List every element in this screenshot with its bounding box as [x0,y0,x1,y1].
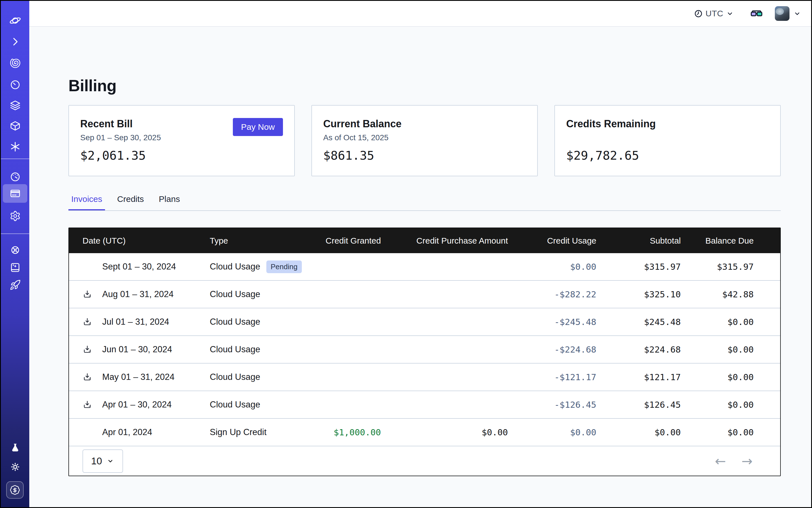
invoice-type-cell: Cloud Usage [210,344,305,354]
sidebar-item-sandbox[interactable] [1,120,29,132]
invoice-period: Apr 01, 2024 [102,427,152,437]
invoice-date-cell: Apr 01, 2024 [83,427,210,437]
sidebar-item-billing[interactable] [1,187,29,200]
invoice-type: Cloud Usage [210,317,260,327]
invoice-period: Apr 01 – 30, 2024 [102,399,171,410]
cube-icon [9,120,21,131]
credit-usage-cell: -$282.22 [508,289,596,299]
sidebar-item-labs[interactable] [1,442,29,454]
main-content: Billing Recent Bill Sep 01 – Sep 30, 202… [29,27,811,507]
invoice-date-cell: Jun 01 – 30, 2024 [83,344,210,354]
invoice-type: Cloud Usage [210,372,260,382]
invoices-table: Date (UTC)TypeCredit GrantedCredit Purch… [69,227,781,476]
gear-icon [9,210,21,222]
credit-purchase-amount-cell: $0.00 [381,427,508,437]
balance-due-cell: $0.00 [681,344,754,354]
table-header: Date (UTC)TypeCredit GrantedCredit Purch… [69,228,780,253]
column-header-balance-due: Balance Due [681,236,754,246]
timezone-label: UTC [706,9,723,18]
invoice-type-cell: Cloud UsagePending [210,260,305,273]
sidebar-divider [1,159,29,159]
download-invoice-button[interactable] [83,289,94,300]
invoice-row: Sept 01 – 30, 2024Cloud UsagePending$0.0… [69,253,780,280]
sidebar-item-usage[interactable] [1,171,29,183]
invoice-type-cell: Sign Up Credit [210,427,305,437]
sidebar-item-spiral[interactable] [1,57,29,70]
invoice-date-cell: Aug 01 – 31, 2024 [83,289,210,299]
invoice-date-cell: May 01 – 31, 2024 [83,372,210,382]
sidebar-item-timer[interactable] [1,79,29,91]
next-page-button[interactable]: → [741,455,753,468]
prev-page-button[interactable]: ← [715,455,726,468]
table-body: Sept 01 – 30, 2024Cloud UsagePending$0.0… [69,253,780,446]
tab-plans[interactable]: Plans [156,194,183,211]
invoice-type: Cloud Usage [210,289,260,299]
tab-invoices[interactable]: Invoices [69,194,105,211]
column-header-credit-granted: Credit Granted [305,236,381,246]
balance-due-cell: $0.00 [681,399,754,410]
invoice-date-cell: Sept 01 – 30, 2024 [83,262,210,272]
notebook-sparkles-icon [9,262,21,273]
sidebar-item-layers[interactable] [1,99,29,112]
billing-tabs: Invoices Credits Plans [69,194,781,211]
download-invoice-button[interactable] [83,399,94,410]
table-pagination: 10 ← → [69,446,780,476]
sidebar-item-guide[interactable] [1,261,29,274]
invoice-period: Jun 01 – 30, 2024 [102,344,172,354]
rocket-icon [9,279,21,291]
3d-glasses-button[interactable] [750,8,763,18]
sidebar-divider [1,234,29,234]
sidebar-item-logo[interactable] [1,14,29,27]
invoice-date-cell: Apr 01 – 30, 2024 [83,399,210,410]
timezone-selector[interactable]: UTC [694,9,734,18]
subtotal-cell: $224.68 [596,344,681,354]
download-invoice-button[interactable] [83,344,94,355]
sidebar-item-collapse[interactable] [1,36,29,48]
card-title: Current Balance [323,118,526,130]
recent-bill-amount: $2,061.35 [80,149,146,163]
download-invoice-button[interactable] [83,372,94,383]
credits-remaining-card: Credits Remaining $29,782.65 [554,105,781,176]
invoice-type-cell: Cloud Usage [210,372,305,382]
pay-now-button[interactable]: Pay Now [233,118,283,136]
recent-bill-card: Recent Bill Sep 01 – Sep 30, 2025 $2,061… [69,105,295,176]
credit-usage-cell: -$121.17 [508,372,596,382]
asterisk-icon [9,141,21,152]
balance-due-cell: $315.97 [681,262,754,272]
sidebar-item-launch[interactable] [1,279,29,291]
sidebar-item-theme[interactable] [1,461,29,473]
chevron-down-icon [794,10,801,17]
credit-granted-cell: $1,000.00 [305,427,381,437]
download-invoice-button[interactable] [83,316,94,328]
subtotal-cell: $245.48 [596,317,681,327]
credits-remaining-amount: $29,782.65 [566,149,639,163]
page-size-select[interactable]: 10 [83,450,123,473]
sidebar-item-functions[interactable] [1,140,29,153]
subtotal-cell: $126.45 [596,399,681,410]
invoice-type: Cloud Usage [210,344,260,354]
credit-usage-cell: -$245.48 [508,317,596,327]
ship-wheel-icon [9,245,21,256]
column-header-type: Type [210,236,305,246]
invoice-type: Cloud Usage [210,399,260,410]
subtotal-cell: $121.17 [596,372,681,382]
clock-icon [694,9,703,18]
column-header-subtotal: Subtotal [596,236,681,246]
balance-due-cell: $0.00 [681,427,754,437]
current-balance-card: Current Balance As of Oct 15, 2025 $861.… [311,105,538,176]
card-subtitle: As of Oct 15, 2025 [323,133,526,142]
balance-due-cell: $0.00 [681,372,754,382]
chevron-down-icon [106,457,114,465]
user-menu[interactable] [775,6,801,21]
invoice-row: Jul 01 – 31, 2024Cloud Usage-$245.48$245… [69,308,780,335]
tab-credits[interactable]: Credits [114,194,147,211]
page-size-value: 10 [91,455,102,467]
invoice-type: Cloud Usage [210,262,260,272]
invoice-row: Apr 01, 2024Sign Up Credit$1,000.00$0.00… [69,418,780,446]
timer-icon [9,79,21,90]
dollar-badge-icon [9,484,20,495]
invoice-date-cell: Jul 01 – 31, 2024 [83,317,210,327]
sidebar-item-helm[interactable] [1,244,29,256]
sidebar-item-settings[interactable] [1,210,29,222]
sidebar-item-credits[interactable] [6,481,24,499]
